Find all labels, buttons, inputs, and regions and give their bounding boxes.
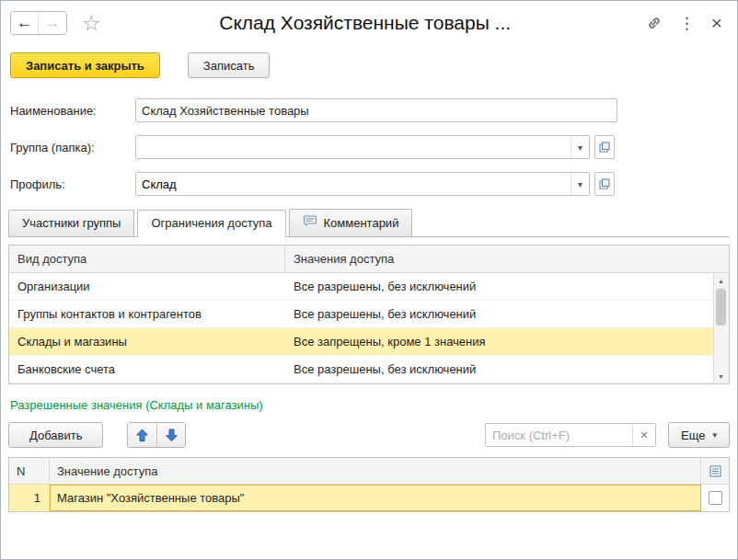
group-choose-button[interactable] (594, 135, 615, 159)
name-label: Наименование: (10, 104, 135, 118)
form-window: ← → ☆ Склад Хозяйственные товары ... ⋮ ×… (0, 0, 738, 560)
group-row: Группа (папка): ▾ (10, 135, 728, 159)
move-down-button[interactable] (156, 423, 185, 447)
access-value-cell: Все разрешены, без исключений (285, 307, 714, 321)
allowed-values-table: N Значение доступа 1 Магазин "Хозяйствен… (8, 457, 730, 512)
save-and-close-button[interactable]: Записать и закрыть (10, 52, 160, 78)
column-header-access-kind[interactable]: Вид доступа (9, 246, 285, 272)
access-kind-cell: Организации (9, 280, 285, 293)
access-value-cell[interactable]: Магазин "Хозяйственные товары" (50, 485, 701, 511)
access-value-cell: Все запрещены, кроме 1 значения (285, 335, 714, 349)
allowed-values-table-header: N Значение доступа (9, 458, 729, 485)
column-header-number[interactable]: N (9, 458, 50, 484)
tab-group-members[interactable]: Участники группы (8, 210, 134, 236)
table-row[interactable]: Организации Все разрешены, без исключени… (9, 273, 714, 301)
more-actions-label: Еще (681, 429, 705, 442)
form-fields: Наименование: Группа (папка): ▾ Профиль:… (1, 87, 737, 196)
group-combo: ▾ (135, 135, 590, 159)
search-input[interactable] (486, 429, 632, 442)
column-settings-icon[interactable] (700, 458, 729, 484)
profile-row: Профиль: ▾ (10, 172, 728, 196)
table-row[interactable]: Группы контактов и контрагентов Все разр… (9, 301, 714, 328)
table-row-selected[interactable]: 1 Магазин "Хозяйственные товары" (9, 485, 729, 511)
scroll-down-icon[interactable]: ▼ (714, 370, 728, 383)
group-label: Группа (папка): (10, 141, 135, 154)
allowed-values-toolbar: Добавить × Еще ▾ (8, 422, 730, 448)
name-row: Наименование: (10, 98, 728, 122)
table-row-selected[interactable]: Склады и магазины Все запрещены, кроме 1… (9, 328, 714, 356)
link-icon[interactable] (646, 15, 663, 31)
tab-access-restrictions-label: Ограничения доступа (151, 216, 271, 230)
scrollbar-thumb[interactable] (716, 289, 726, 326)
table-row[interactable]: Банковские счета Все разрешены, без искл… (9, 356, 714, 383)
search-box: × (485, 423, 656, 447)
column-header-access-values[interactable]: Значения доступа (285, 252, 729, 266)
command-bar: Записать и закрыть Записать (1, 45, 737, 87)
vertical-scrollbar[interactable]: ▲ ▼ (713, 273, 729, 383)
comment-bubble-icon (303, 215, 317, 230)
scroll-up-icon[interactable]: ▲ (714, 274, 728, 287)
profile-input[interactable] (136, 173, 571, 195)
group-dropdown-icon[interactable]: ▾ (571, 136, 589, 158)
column-header-access-value[interactable]: Значение доступа (50, 464, 700, 478)
nav-button-group: ← → (10, 11, 67, 35)
more-actions-button[interactable]: Еще ▾ (668, 422, 730, 448)
access-table-body: Организации Все разрешены, без исключени… (9, 273, 729, 383)
access-value-cell: Все разрешены, без исключений (285, 362, 714, 376)
group-input[interactable] (136, 136, 571, 158)
clear-search-icon[interactable]: × (632, 424, 655, 446)
access-kind-cell: Банковские счета (9, 362, 285, 376)
tab-comment-label: Комментарий (324, 216, 399, 230)
allowed-values-section-title: Разрешенные значения (Склады и магазины) (10, 398, 728, 412)
save-button[interactable]: Записать (188, 52, 271, 78)
access-value-cell: Все разрешены, без исключений (285, 280, 714, 293)
close-icon[interactable]: × (711, 12, 722, 34)
profile-dropdown-icon[interactable]: ▾ (571, 173, 589, 195)
access-kind-cell: Группы контактов и контрагентов (9, 307, 285, 321)
titlebar: ← → ☆ Склад Хозяйственные товары ... ⋮ × (1, 1, 737, 45)
profile-label: Профиль: (10, 177, 135, 191)
row-number-cell: 1 (9, 485, 50, 511)
name-input[interactable] (135, 98, 617, 122)
back-button[interactable]: ← (11, 12, 39, 34)
access-kinds-table: Вид доступа Значения доступа Организации… (8, 245, 730, 384)
more-menu-icon[interactable]: ⋮ (679, 14, 695, 33)
access-table-header: Вид доступа Значения доступа (9, 246, 729, 273)
row-flag-cell (701, 485, 729, 511)
move-up-button[interactable] (128, 423, 156, 447)
profile-combo: ▾ (135, 172, 590, 196)
window-title: Склад Хозяйственные товары ... (101, 12, 629, 34)
access-kind-cell: Склады и магазины (9, 335, 285, 349)
row-checkbox[interactable] (709, 491, 722, 505)
add-button[interactable]: Добавить (8, 422, 103, 448)
tab-access-restrictions[interactable]: Ограничения доступа (137, 210, 285, 237)
chevron-down-icon: ▾ (712, 430, 717, 440)
profile-choose-button[interactable] (594, 172, 615, 196)
tab-group-members-label: Участники группы (22, 216, 121, 230)
tab-strip: Участники группы Ограничения доступа Ком… (8, 209, 730, 237)
tab-comment[interactable]: Комментарий (289, 209, 413, 236)
move-buttons-group (127, 422, 186, 448)
forward-button[interactable]: → (39, 12, 66, 34)
favorite-star-icon[interactable]: ☆ (82, 13, 101, 34)
